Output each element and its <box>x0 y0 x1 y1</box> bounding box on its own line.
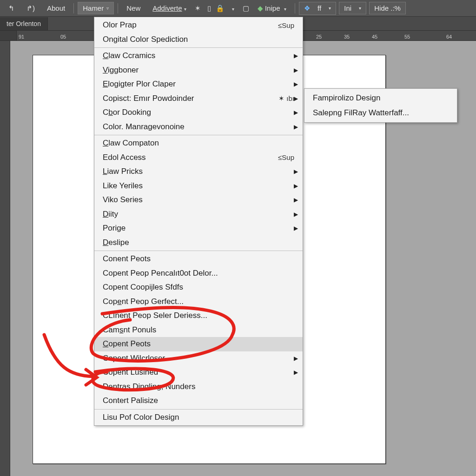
menu-item[interactable]: Viggboner▶ <box>94 63 303 78</box>
wand-icon[interactable]: ✶ <box>194 4 202 13</box>
shortcut-label: ≤Sup <box>278 153 294 161</box>
submenu-flyout: Fampirolizo Design Salepng FilRay Watter… <box>304 88 457 123</box>
menu-item[interactable]: Liaw Pricks▶ <box>94 165 303 179</box>
menu-item[interactable]: Claw Ccramics▶ <box>94 49 303 63</box>
ruler-corner <box>0 31 17 40</box>
shortcut-label: ✶ ıbı <box>278 94 294 103</box>
menu-new[interactable]: New <box>122 2 145 14</box>
menu-item[interactable]: Copent Coopijles Sfdfs <box>94 280 303 295</box>
menu-item[interactable]: CLınent Peop Seler Deriess... <box>94 309 303 323</box>
submenu-arrow-icon: ▶ <box>294 183 298 189</box>
menu-item[interactable]: Lisu Pof Color Design <box>94 410 303 425</box>
submenu-arrow-icon: ▶ <box>294 109 298 116</box>
menu-item[interactable]: Diity▶ <box>94 207 303 222</box>
menu-item[interactable]: Deslipe <box>94 236 303 250</box>
submenu-arrow-icon: ▶ <box>294 81 298 87</box>
vertical-ruler <box>0 41 10 476</box>
menubar: ↰ ↱) About Hamer▿ New Addiverte ▾ ✶ ▯ 🔒 … <box>0 0 476 17</box>
menu-item[interactable]: Ongital Color Spediction <box>94 33 303 47</box>
menu-item[interactable]: Copent Peop Pencalıt0ot Delor... <box>94 266 303 281</box>
dropdown-menu: Olor Prap ≤Sup Ongital Color Spediction … <box>94 17 303 426</box>
menu-item[interactable]: Contert Palisize <box>94 394 303 408</box>
menu-hamer[interactable]: Hamer▿ <box>78 2 114 14</box>
submenu-arrow-icon: ▶ <box>294 197 298 203</box>
ruler-mark: 55 <box>404 34 410 40</box>
menu-item[interactable]: Dentras Dingling, Nunders <box>94 380 303 394</box>
chevron-down-icon: ▿ <box>106 6 109 11</box>
menu-item[interactable]: Claw Compaton <box>94 136 303 151</box>
submenu-arrow-icon: ▶ <box>294 225 298 231</box>
submenu-arrow-icon: ▶ <box>294 67 298 73</box>
ruler-mark: 64 <box>446 34 452 40</box>
ruler-mark: 45 <box>372 34 377 40</box>
menu-ff[interactable]: ❖ ff ▾ <box>299 2 336 15</box>
submenu-item[interactable]: Salepng FilRay Watterfaff... <box>304 106 457 120</box>
lock-icon[interactable]: 🔒 <box>216 4 225 13</box>
menu-hide[interactable]: Hide .:% <box>369 2 406 14</box>
undo-icon[interactable]: ↰ <box>4 2 19 14</box>
document-tab[interactable]: ter Orlenton <box>0 17 48 30</box>
menu-item[interactable]: Like Yeriles▶ <box>94 179 303 193</box>
menu-item[interactable]: Edol Access≤Sup <box>94 151 303 165</box>
ruler-mark: 05 <box>60 34 66 40</box>
separator <box>73 3 74 13</box>
submenu-arrow-icon: ▶ <box>294 124 298 130</box>
menu-ini[interactable]: Ini ▾ <box>339 2 366 14</box>
menu-about[interactable]: About <box>42 2 70 14</box>
submenu-item[interactable]: Fampirolizo Design <box>304 91 457 106</box>
dropdown-caret[interactable]: ▾ <box>227 2 239 14</box>
menu-item[interactable]: Viko Series▶ <box>94 193 303 207</box>
menu-divider <box>94 135 303 135</box>
shortcut-label: ≤Sup <box>278 21 294 29</box>
ruler-mark: 91 <box>19 34 24 40</box>
submenu-arrow-icon: ▶ <box>294 168 298 175</box>
separator <box>295 3 295 13</box>
menu-item[interactable]: Olor Prap ≤Sup <box>94 18 303 33</box>
chevron-down-icon: ▾ <box>284 7 286 12</box>
menu-item[interactable]: Elogigter Plor Claper▶ <box>94 77 303 92</box>
menu-item-highlighted[interactable]: Copent Peots <box>94 337 303 351</box>
submenu-arrow-icon: ▶ <box>294 355 298 362</box>
submenu-arrow-icon: ▶ <box>294 211 298 218</box>
menu-addiverte[interactable]: Addiverte ▾ <box>148 2 191 14</box>
picture-icon[interactable]: ▢ <box>242 4 250 13</box>
menu-divider <box>94 251 303 251</box>
separator <box>118 3 118 13</box>
menu-item[interactable]: Copent Peop Gerfect... <box>94 295 303 309</box>
menu-item[interactable]: Conent Peots <box>94 252 303 266</box>
menu-item[interactable]: Copent Wilcrloser...▶ <box>94 351 303 366</box>
menu-item[interactable]: Copent Lusihed▶ <box>94 365 303 380</box>
submenu-arrow-icon: ▶ <box>294 53 298 59</box>
menu-item[interactable]: Copisct: Emır Powdoinder✶ ıbı▶ <box>94 92 303 106</box>
menu-item[interactable]: Cbor Dooking▶ <box>94 106 303 120</box>
submenu-arrow-icon: ▶ <box>294 369 298 376</box>
menu-inipe[interactable]: ◆ Inipe ▾ <box>253 2 291 14</box>
menu-item[interactable]: Color. Manragevonoine▶ <box>94 120 303 134</box>
chevron-down-icon: ▾ <box>184 7 186 12</box>
ruler-mark: 35 <box>344 34 350 40</box>
menu-divider <box>94 47 303 48</box>
redo-icon[interactable]: ↱) <box>22 2 40 14</box>
device-icon[interactable]: ▯ <box>205 4 213 13</box>
menu-item[interactable]: Porige▶ <box>94 221 303 236</box>
submenu-arrow-icon: ▶ <box>294 95 298 102</box>
ruler-mark: 25 <box>316 34 322 40</box>
menu-divider <box>94 409 303 410</box>
menu-item[interactable]: Camsnt Ponuls <box>94 323 303 337</box>
